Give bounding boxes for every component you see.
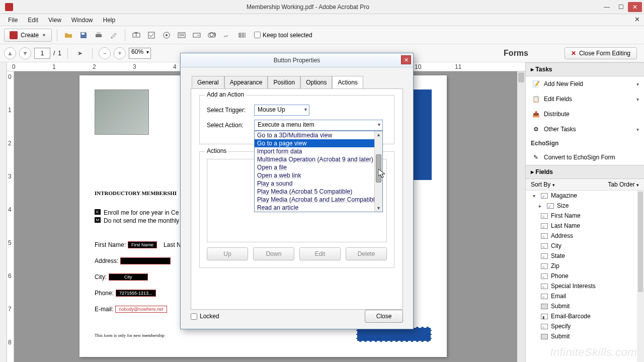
locked-checkbox[interactable]: Locked xyxy=(191,313,219,320)
button-tool-icon[interactable]: OK xyxy=(206,29,218,41)
dropdown-option[interactable]: Play Media (Acrobat 6 and Later Compatib… xyxy=(255,196,382,204)
tab-actions[interactable]: Actions xyxy=(332,76,363,89)
keep-tool-selected[interactable]: Keep tool selected xyxy=(254,32,312,39)
menu-view[interactable]: View xyxy=(43,15,66,25)
tab-appearance[interactable]: Appearance xyxy=(224,76,268,89)
scroll-up-icon[interactable]: ▲ xyxy=(375,131,382,138)
form-checkbox[interactable]: M xyxy=(95,217,101,223)
document-tab-close[interactable]: ✕ xyxy=(634,16,640,23)
field-item[interactable]: City xyxy=(526,241,644,251)
form-field-address[interactable] xyxy=(120,257,171,264)
up-button[interactable]: Up xyxy=(207,247,248,260)
select-tool-icon[interactable]: ➤ xyxy=(74,47,86,59)
radio-tool-icon[interactable] xyxy=(160,29,173,41)
page-number-input[interactable] xyxy=(34,48,50,59)
task-add-new-field[interactable]: 📝Add New Field▾ xyxy=(526,76,644,92)
create-button[interactable]: Create ▼ xyxy=(4,29,52,42)
tab-options[interactable]: Options xyxy=(300,76,332,89)
field-item[interactable]: Special Interests xyxy=(526,281,644,291)
form-checkbox[interactable]: E xyxy=(95,209,101,215)
field-item[interactable]: Phone xyxy=(526,271,644,281)
zoom-out-button[interactable]: − xyxy=(99,47,111,59)
field-item[interactable]: Zip xyxy=(526,261,644,271)
dropdown-tool-icon[interactable] xyxy=(191,29,203,41)
keep-tool-checkbox[interactable] xyxy=(254,32,261,38)
zoom-in-button[interactable]: + xyxy=(114,47,126,59)
dialog-close-btn[interactable]: Close xyxy=(365,310,403,323)
field-item[interactable]: Last Name xyxy=(526,221,644,231)
save-icon[interactable] xyxy=(77,29,90,41)
listbox-tool-icon[interactable] xyxy=(176,29,188,41)
field-item[interactable]: Specify xyxy=(526,321,644,331)
tab-order-dropdown[interactable]: Tab Order ▾ xyxy=(608,181,639,188)
maximize-button[interactable]: ☐ xyxy=(614,2,628,12)
field-tree-node[interactable]: ▸Size xyxy=(526,201,644,211)
fields-scrollbar[interactable] xyxy=(637,191,644,362)
task-other[interactable]: ⚙Other Tasks▾ xyxy=(526,122,644,137)
field-item[interactable]: Submit xyxy=(526,301,644,311)
tab-general[interactable]: General xyxy=(192,76,224,89)
dropdown-option[interactable]: Import form data xyxy=(255,147,382,155)
task-edit-fields[interactable]: 📋Edit Fields▾ xyxy=(526,92,644,107)
fields-header[interactable]: ▸ Fields xyxy=(526,165,644,179)
print-icon[interactable] xyxy=(93,29,105,41)
signature-tool-icon[interactable] xyxy=(221,29,233,41)
document-scrollbar[interactable] xyxy=(517,71,525,362)
form-field-city[interactable]: City xyxy=(109,274,148,281)
menu-edit[interactable]: Edit xyxy=(23,15,43,25)
nav-pane-collapsed[interactable] xyxy=(0,62,7,362)
down-button[interactable]: Down xyxy=(253,247,294,260)
dialog-close-button[interactable]: ✕ xyxy=(401,55,411,64)
field-tree-root[interactable]: ▾Magazine xyxy=(526,191,644,201)
close-form-editing-button[interactable]: ✕ Close Form Editing xyxy=(565,47,637,59)
task-distribute[interactable]: 📤Distribute xyxy=(526,107,644,122)
dropdown-option[interactable]: Play Media (Acrobat 5 Compatible) xyxy=(255,188,382,196)
dropdown-scrollbar[interactable]: ▲ ▼ xyxy=(374,131,382,212)
scroll-down-icon[interactable]: ▼ xyxy=(375,205,382,212)
field-item[interactable]: State xyxy=(526,251,644,261)
scroll-thumb[interactable] xyxy=(376,154,381,183)
form-field-firstname[interactable]: First Name xyxy=(128,241,157,248)
dropdown-option[interactable]: Open a web link xyxy=(255,171,382,179)
svg-rect-1 xyxy=(96,34,102,37)
text-field-icon xyxy=(541,274,548,279)
barcode-tool-icon[interactable] xyxy=(236,29,248,41)
menu-help[interactable]: Help xyxy=(98,15,121,25)
field-item[interactable]: Email-Barcode xyxy=(526,311,644,321)
action-select[interactable]: Execute a menu item xyxy=(254,120,383,131)
tasks-header[interactable]: ▸ Tasks xyxy=(526,62,644,76)
dropdown-option[interactable]: Go to a page view xyxy=(255,139,382,147)
field-item[interactable]: Address xyxy=(526,231,644,241)
dropdown-option[interactable]: Go to a 3D/Multimedia view xyxy=(255,131,382,139)
page-up-button[interactable]: ▲ xyxy=(4,47,16,59)
field-item[interactable]: First Name xyxy=(526,211,644,221)
field-item[interactable]: Email xyxy=(526,291,644,301)
open-icon[interactable] xyxy=(62,29,74,41)
dropdown-option[interactable]: Multimedia Operation (Acrobat 9 and late… xyxy=(255,155,382,163)
form-field-phone[interactable]: 7271555-1213... xyxy=(116,290,156,297)
distribute-icon: 📤 xyxy=(532,110,540,118)
menu-file[interactable]: File xyxy=(3,15,23,25)
textfield-tool-icon[interactable]: T xyxy=(130,29,142,41)
delete-button[interactable]: Delete xyxy=(346,247,387,260)
menu-window[interactable]: Window xyxy=(66,15,98,25)
task-echosign-convert[interactable]: ✎Convert to EchoSign Form xyxy=(526,150,644,165)
dialog-titlebar[interactable]: Button Properties ✕ xyxy=(181,53,413,67)
checkbox-tool-icon[interactable] xyxy=(145,29,157,41)
sort-by-dropdown[interactable]: Sort By ▾ xyxy=(531,181,555,188)
window-close-button[interactable]: ✕ xyxy=(628,2,642,12)
form-field-email[interactable]: nobody@nowhere.net xyxy=(115,306,167,313)
minimize-button[interactable]: — xyxy=(600,2,614,12)
edit-icon[interactable] xyxy=(108,29,120,41)
edit-button[interactable]: Edit xyxy=(299,247,341,260)
svg-rect-2 xyxy=(97,32,101,34)
trigger-select[interactable]: Mouse Up xyxy=(254,105,309,116)
dropdown-option[interactable]: Open a file xyxy=(255,163,382,171)
dropdown-option[interactable]: Read an article xyxy=(255,204,382,212)
tab-position[interactable]: Position xyxy=(268,76,300,89)
zoom-select[interactable]: 60% xyxy=(129,48,151,59)
field-item[interactable]: Submit xyxy=(526,331,644,341)
other-tasks-icon: ⚙ xyxy=(532,125,540,133)
dropdown-option[interactable]: Play a sound xyxy=(255,179,382,188)
page-down-button[interactable]: ▼ xyxy=(19,47,31,59)
